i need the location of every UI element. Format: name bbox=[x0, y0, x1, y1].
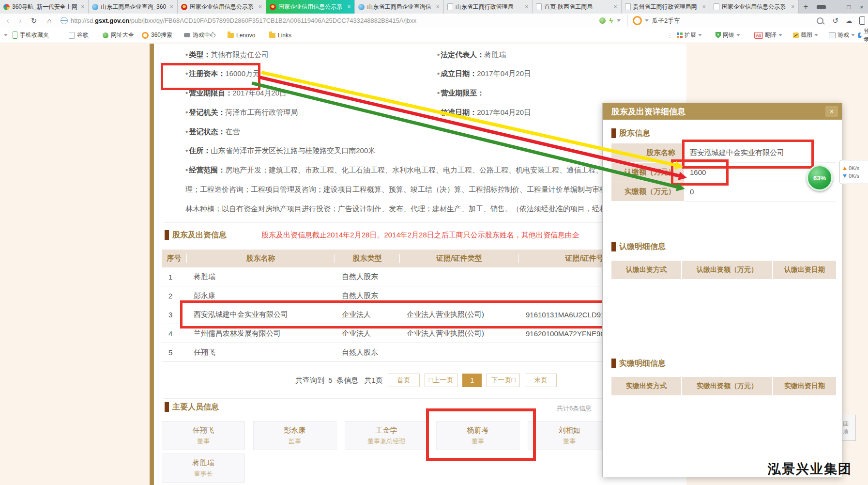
adblock-icon[interactable] bbox=[599, 17, 606, 24]
tool-banking[interactable]: ¥网银 bbox=[716, 28, 740, 43]
tab-close-icon[interactable]: × bbox=[169, 3, 174, 10]
personnel-card: 彭永康监事 bbox=[253, 421, 336, 450]
bookmark-lenovo-folder[interactable]: Lenovo bbox=[228, 28, 255, 43]
360-pinwheel-icon bbox=[3, 4, 10, 10]
tab-close-icon[interactable]: × bbox=[613, 3, 618, 10]
tab-close-icon[interactable]: × bbox=[436, 3, 440, 10]
login-user-icon bbox=[858, 32, 862, 38]
skin-hat-icon[interactable] bbox=[817, 5, 826, 9]
header-no: 序号 bbox=[162, 254, 187, 263]
field-legal-rep: 法定代表人：蒋胜瑞 bbox=[437, 50, 506, 60]
bookmark-google[interactable]: 谷歌 bbox=[69, 28, 89, 43]
tab-gsxt-1[interactable]: 国家企业信用信息公示系× bbox=[178, 0, 266, 14]
tool-games[interactable]: 游戏 bbox=[829, 28, 855, 43]
tool-extensions[interactable]: 扩展 bbox=[677, 28, 702, 43]
360-search-icon bbox=[633, 16, 642, 25]
tab-close-icon[interactable]: × bbox=[702, 3, 706, 10]
bookmark-links-folder[interactable]: Links bbox=[269, 28, 291, 43]
chevron-down-icon bbox=[778, 34, 782, 36]
tab-sd-query[interactable]: 山东省工商局企业查询信× bbox=[355, 0, 443, 14]
tab-close-icon[interactable]: × bbox=[80, 3, 85, 10]
site-icon bbox=[358, 4, 365, 10]
restore-session-icon[interactable]: ↺ bbox=[832, 16, 838, 25]
bookmark-wangzhi[interactable]: 网址大全 bbox=[103, 28, 134, 43]
chevron-down-icon[interactable] bbox=[617, 19, 621, 22]
field-business-scope-line2: 理；工程造价咨询；工程项目管理及咨询；建设项目工程概算、预算、竣工结（决）算、工… bbox=[185, 185, 650, 194]
tab-sd-aic[interactable]: 山东省工商行政管理局× bbox=[444, 0, 533, 14]
upload-speed: 0K/s bbox=[843, 165, 868, 171]
field-term-to: 营业期限至： bbox=[437, 88, 484, 98]
tab-sd-gongshang[interactable]: 山东工商局企业查询_360× bbox=[89, 0, 177, 14]
home-icon[interactable]: ⌂ bbox=[44, 14, 55, 28]
back-icon[interactable]: ‹ bbox=[2, 14, 14, 28]
modal-pledge-section-title: 认缴明细信息 bbox=[619, 242, 666, 252]
bookmarks-chevron-icon[interactable] bbox=[4, 28, 8, 43]
tab-guizhou[interactable]: 贵州省工商行政管理局网× bbox=[622, 0, 710, 14]
search-icon[interactable] bbox=[817, 17, 823, 24]
search-text: 瓜子2手车 bbox=[652, 16, 680, 25]
watermark-text: 泓景兴业集团 bbox=[768, 460, 852, 478]
pagination-next-button[interactable]: 下一页□ bbox=[487, 374, 519, 387]
header-type: 股东类型 bbox=[335, 254, 400, 263]
pagination-last-button[interactable]: 末页 bbox=[525, 374, 557, 387]
pagination-first-button[interactable]: 首页 bbox=[388, 374, 420, 387]
chevron-down-icon bbox=[814, 34, 818, 36]
translate-icon: Ao bbox=[754, 32, 763, 39]
addressbar-right-tools: ↺ ☁ bbox=[832, 14, 865, 28]
tab-label: 山东工商局企业查询_360 bbox=[101, 3, 167, 11]
tool-translate[interactable]: Ao翻译 bbox=[754, 28, 782, 43]
forward-icon[interactable]: › bbox=[15, 14, 26, 28]
bookmark-game-center[interactable]: 游戏中心 bbox=[184, 28, 216, 43]
address-bar: ‹ › ↻ ⌂ http://sd.gsxt.gov.cn/pub/jbxx/q… bbox=[0, 14, 868, 28]
personnel-card: 任翔飞董事 bbox=[162, 421, 245, 450]
tab-gsxt-2[interactable]: 国家企业信用信息公示系× bbox=[710, 0, 799, 14]
mobile-icon[interactable] bbox=[859, 16, 865, 25]
modal-title: 股东及出资详细信息 bbox=[611, 106, 685, 117]
gamepad-icon bbox=[184, 33, 190, 37]
pagination-prev-button[interactable]: □上一页 bbox=[425, 374, 457, 387]
globe-green-icon bbox=[103, 32, 108, 38]
maximize-button[interactable]: □ bbox=[842, 0, 855, 14]
url-field[interactable]: http://sd.gsxt.gov.cn/pub/jbxx/qy/FB68AC… bbox=[61, 15, 624, 26]
games-icon bbox=[829, 32, 836, 38]
tab-bar: 360导航_新一代安全上网× 山东工商局企业查询_360× 国家企业信用信息公示… bbox=[0, 0, 868, 14]
cloud-sync-icon[interactable]: ☁ bbox=[845, 16, 853, 25]
pagination-current-page[interactable]: 1 bbox=[462, 374, 482, 387]
page-icon bbox=[714, 3, 719, 10]
tab-close-icon[interactable]: × bbox=[791, 3, 795, 10]
tool-screenshot[interactable]: 截图 bbox=[793, 28, 818, 43]
tab-label: 首页-陕西省工商局 bbox=[544, 3, 610, 11]
field-registration-status: 登记状态：在营 bbox=[185, 127, 240, 137]
new-tab-button[interactable]: + bbox=[799, 0, 812, 14]
bookmarks-bar: 手机收藏夹 谷歌 网址大全 360搜索 游戏中心 Lenovo Links ⋮ … bbox=[0, 28, 868, 43]
tab-shaanxi[interactable]: 首页-陕西省工商局× bbox=[533, 0, 621, 14]
extensions-grid-icon bbox=[677, 32, 683, 38]
window-close-button[interactable]: × bbox=[855, 0, 868, 14]
speed-bolt-icon[interactable]: ϟ bbox=[609, 17, 613, 25]
more-tools-icon[interactable]: ⋮ bbox=[667, 28, 673, 43]
screenshot-icon bbox=[793, 32, 799, 38]
section-marker bbox=[611, 359, 616, 368]
tool-login[interactable]: 登录 bbox=[858, 28, 868, 43]
section-marker bbox=[165, 230, 169, 240]
tab-gsxt-active[interactable]: 国家企业信用信息公示系× bbox=[266, 0, 355, 14]
header-name: 股东名称 bbox=[187, 254, 335, 263]
bookmark-phone-favorites[interactable]: 手机收藏夹 bbox=[13, 28, 49, 43]
bookmark-360search[interactable]: 360搜索 bbox=[142, 28, 172, 43]
tab-360nav[interactable]: 360导航_新一代安全上网× bbox=[0, 0, 89, 14]
tab-close-icon[interactable]: × bbox=[524, 3, 529, 10]
tab-label: 贵州省工商行政管理局网 bbox=[633, 3, 700, 11]
speed-ball-badge[interactable]: 63% bbox=[807, 165, 833, 191]
refresh-icon[interactable]: ↻ bbox=[28, 14, 40, 28]
tab-close-icon[interactable]: × bbox=[347, 3, 351, 10]
search-field[interactable]: 瓜子2手车 bbox=[627, 15, 828, 26]
download-speed: 0K/s bbox=[843, 173, 868, 179]
field-established-date: 成立日期：2017年04月20日 bbox=[437, 69, 531, 78]
pagination-summary: 共查询到 5 条信息 共1页 bbox=[295, 376, 383, 385]
tab-close-icon[interactable]: × bbox=[258, 3, 262, 10]
modal-close-icon[interactable]: × bbox=[825, 106, 838, 117]
minimize-button[interactable]: − bbox=[830, 0, 842, 14]
shield-icon: ¥ bbox=[716, 32, 721, 38]
search-engine-chevron-icon[interactable] bbox=[645, 19, 649, 22]
national-emblem-icon bbox=[270, 4, 276, 10]
